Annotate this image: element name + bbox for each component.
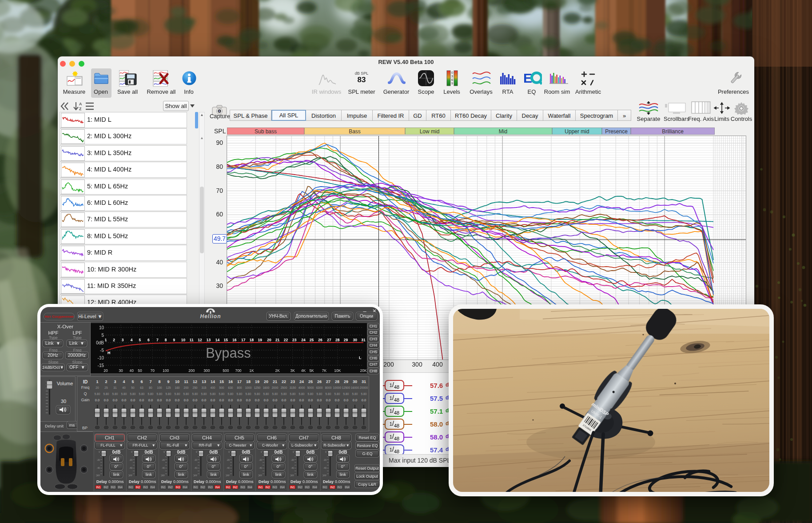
svg-text:Z: Z xyxy=(79,107,82,111)
svg-text:-10: -10 xyxy=(98,355,104,360)
svg-text:0: 0 xyxy=(163,451,165,453)
svg-text:20: 20 xyxy=(103,368,108,373)
svg-text:500: 500 xyxy=(223,368,229,373)
svg-text:23: 23 xyxy=(292,338,297,342)
svg-text:27: 27 xyxy=(327,338,331,342)
svg-text:-40: -40 xyxy=(259,467,262,469)
svg-text:7: 7 xyxy=(156,338,159,342)
svg-text:OFF: OFF xyxy=(226,474,230,477)
svg-text:1K: 1K xyxy=(249,368,254,373)
svg-text:Bypass: Bypass xyxy=(206,345,251,361)
svg-text:4: 4 xyxy=(131,338,133,342)
svg-text:31: 31 xyxy=(361,338,366,342)
svg-text:10: 10 xyxy=(181,338,186,342)
svg-text:9: 9 xyxy=(451,82,453,85)
svg-text:25: 25 xyxy=(310,338,314,342)
svg-text:-20: -20 xyxy=(259,459,262,461)
svg-text:50: 50 xyxy=(138,368,142,373)
svg-text:6: 6 xyxy=(451,78,453,81)
svg-text:-20: -20 xyxy=(291,459,294,461)
svg-text:OFF: OFF xyxy=(128,474,132,477)
svg-text:5: 5 xyxy=(139,338,141,342)
svg-text:OFF: OFF xyxy=(161,474,165,477)
svg-text:-40: -40 xyxy=(162,467,165,469)
svg-text:10: 10 xyxy=(99,325,104,330)
svg-text:-20: -20 xyxy=(162,459,165,461)
svg-text:-15: -15 xyxy=(98,363,104,368)
svg-text:-20: -20 xyxy=(227,459,230,461)
svg-text:16: 16 xyxy=(232,338,237,342)
svg-text:9: 9 xyxy=(173,338,175,342)
svg-text:OFF: OFF xyxy=(258,474,262,477)
svg-text:0: 0 xyxy=(325,451,326,453)
svg-text:300: 300 xyxy=(203,368,210,373)
svg-text:17: 17 xyxy=(241,338,246,342)
svg-text:0: 0 xyxy=(261,451,262,453)
svg-text:6: 6 xyxy=(147,338,150,342)
svg-text:2K: 2K xyxy=(275,368,280,373)
svg-text:-40: -40 xyxy=(323,467,326,469)
svg-text:2: 2 xyxy=(113,338,115,342)
svg-text:20: 20 xyxy=(267,338,271,342)
svg-text:200: 200 xyxy=(188,368,195,373)
svg-text:OFF: OFF xyxy=(193,474,197,477)
svg-text:0: 0 xyxy=(293,451,294,453)
svg-text:30: 30 xyxy=(353,338,358,342)
svg-text:OFF: OFF xyxy=(96,474,100,477)
svg-text:3: 3 xyxy=(122,338,124,342)
svg-text:100: 100 xyxy=(163,368,169,373)
svg-text:0: 0 xyxy=(131,451,132,453)
svg-text:29: 29 xyxy=(344,338,348,342)
svg-text:0dB: 0dB xyxy=(96,340,104,345)
svg-text:22: 22 xyxy=(284,338,288,342)
svg-text:0: 0 xyxy=(99,451,100,453)
svg-text:-40: -40 xyxy=(129,467,132,469)
svg-text:L: L xyxy=(359,355,362,360)
svg-text:11: 11 xyxy=(190,338,194,342)
svg-text:-5: -5 xyxy=(100,348,104,353)
svg-text:1: 1 xyxy=(105,338,107,342)
svg-text:26: 26 xyxy=(318,338,322,342)
svg-text:OFF: OFF xyxy=(322,474,326,477)
svg-text:-20: -20 xyxy=(129,459,132,461)
svg-text:12: 12 xyxy=(198,338,202,342)
svg-text:A: A xyxy=(79,102,82,106)
svg-text:0: 0 xyxy=(196,451,197,453)
svg-text:-40: -40 xyxy=(194,467,197,469)
svg-text:18: 18 xyxy=(250,338,254,342)
svg-text:14: 14 xyxy=(215,338,220,342)
svg-text:4K: 4K xyxy=(301,368,306,373)
svg-text:8: 8 xyxy=(165,338,167,342)
svg-text:7K: 7K xyxy=(322,368,327,373)
svg-text:13: 13 xyxy=(207,338,211,342)
svg-text:24: 24 xyxy=(301,338,306,342)
svg-text:15: 15 xyxy=(224,338,228,342)
svg-text:28: 28 xyxy=(335,338,340,342)
svg-text:21: 21 xyxy=(275,338,280,342)
svg-text:70: 70 xyxy=(150,368,155,373)
svg-text:40: 40 xyxy=(129,368,134,373)
svg-text:3K: 3K xyxy=(290,368,295,373)
svg-text:3: 3 xyxy=(451,75,453,78)
svg-text:-40: -40 xyxy=(291,467,294,469)
svg-text:0: 0 xyxy=(228,451,230,453)
svg-text:-40: -40 xyxy=(227,467,230,469)
svg-text:-20: -20 xyxy=(97,459,100,461)
svg-text:5: 5 xyxy=(101,333,104,338)
svg-text:19: 19 xyxy=(258,338,262,342)
svg-text:20K: 20K xyxy=(360,368,366,373)
svg-text:700: 700 xyxy=(235,368,241,373)
svg-text:5K: 5K xyxy=(309,368,314,373)
svg-text:-20: -20 xyxy=(194,459,197,461)
svg-text:0: 0 xyxy=(451,71,453,74)
svg-text:-20: -20 xyxy=(323,459,326,461)
svg-text:10K: 10K xyxy=(334,368,341,373)
svg-text:30: 30 xyxy=(119,368,123,373)
svg-text:-40: -40 xyxy=(97,467,100,469)
svg-text:OFF: OFF xyxy=(290,474,294,477)
svg-text:H: H xyxy=(107,351,111,355)
